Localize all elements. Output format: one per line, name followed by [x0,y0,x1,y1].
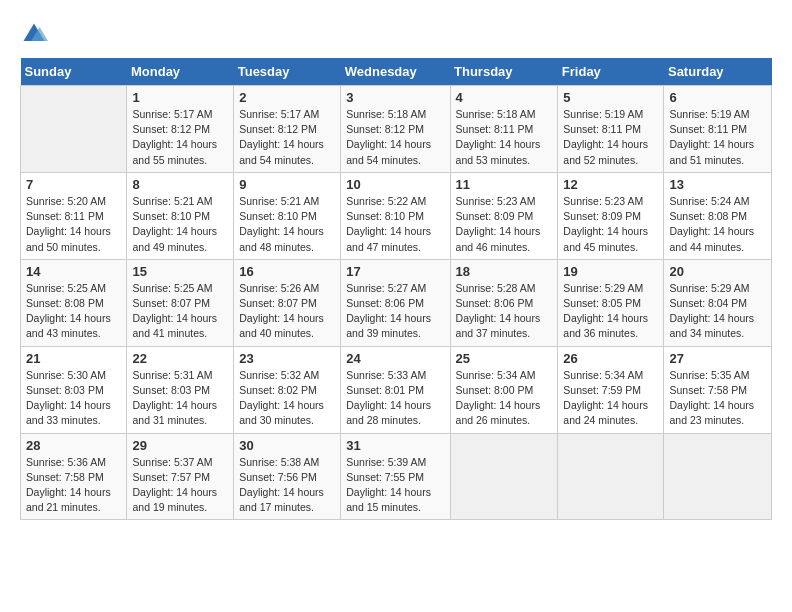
day-number: 5 [563,90,658,105]
col-header-thursday: Thursday [450,58,558,86]
calendar-cell: 23Sunrise: 5:32 AM Sunset: 8:02 PM Dayli… [234,346,341,433]
calendar-cell: 2Sunrise: 5:17 AM Sunset: 8:12 PM Daylig… [234,86,341,173]
calendar-cell: 19Sunrise: 5:29 AM Sunset: 8:05 PM Dayli… [558,259,664,346]
calendar-cell [664,433,772,520]
day-info: Sunrise: 5:19 AM Sunset: 8:11 PM Dayligh… [669,107,766,168]
day-info: Sunrise: 5:30 AM Sunset: 8:03 PM Dayligh… [26,368,121,429]
calendar-cell: 1Sunrise: 5:17 AM Sunset: 8:12 PM Daylig… [127,86,234,173]
calendar-week-row: 28Sunrise: 5:36 AM Sunset: 7:58 PM Dayli… [21,433,772,520]
calendar-cell: 16Sunrise: 5:26 AM Sunset: 8:07 PM Dayli… [234,259,341,346]
calendar-week-row: 14Sunrise: 5:25 AM Sunset: 8:08 PM Dayli… [21,259,772,346]
col-header-saturday: Saturday [664,58,772,86]
calendar-cell: 7Sunrise: 5:20 AM Sunset: 8:11 PM Daylig… [21,172,127,259]
logo-icon [20,20,48,48]
day-info: Sunrise: 5:17 AM Sunset: 8:12 PM Dayligh… [239,107,335,168]
day-number: 16 [239,264,335,279]
day-number: 27 [669,351,766,366]
day-info: Sunrise: 5:35 AM Sunset: 7:58 PM Dayligh… [669,368,766,429]
calendar-week-row: 7Sunrise: 5:20 AM Sunset: 8:11 PM Daylig… [21,172,772,259]
calendar-cell: 11Sunrise: 5:23 AM Sunset: 8:09 PM Dayli… [450,172,558,259]
calendar-cell [558,433,664,520]
day-info: Sunrise: 5:18 AM Sunset: 8:11 PM Dayligh… [456,107,553,168]
day-number: 26 [563,351,658,366]
day-number: 17 [346,264,444,279]
day-number: 22 [132,351,228,366]
calendar-cell: 9Sunrise: 5:21 AM Sunset: 8:10 PM Daylig… [234,172,341,259]
day-info: Sunrise: 5:24 AM Sunset: 8:08 PM Dayligh… [669,194,766,255]
day-number: 31 [346,438,444,453]
day-number: 3 [346,90,444,105]
day-number: 8 [132,177,228,192]
day-number: 7 [26,177,121,192]
day-number: 9 [239,177,335,192]
day-info: Sunrise: 5:23 AM Sunset: 8:09 PM Dayligh… [456,194,553,255]
day-number: 1 [132,90,228,105]
day-number: 2 [239,90,335,105]
day-info: Sunrise: 5:32 AM Sunset: 8:02 PM Dayligh… [239,368,335,429]
calendar-cell: 12Sunrise: 5:23 AM Sunset: 8:09 PM Dayli… [558,172,664,259]
calendar-cell: 26Sunrise: 5:34 AM Sunset: 7:59 PM Dayli… [558,346,664,433]
col-header-sunday: Sunday [21,58,127,86]
calendar-cell: 25Sunrise: 5:34 AM Sunset: 8:00 PM Dayli… [450,346,558,433]
col-header-monday: Monday [127,58,234,86]
calendar-cell: 6Sunrise: 5:19 AM Sunset: 8:11 PM Daylig… [664,86,772,173]
day-info: Sunrise: 5:25 AM Sunset: 8:08 PM Dayligh… [26,281,121,342]
day-info: Sunrise: 5:27 AM Sunset: 8:06 PM Dayligh… [346,281,444,342]
day-number: 4 [456,90,553,105]
day-info: Sunrise: 5:17 AM Sunset: 8:12 PM Dayligh… [132,107,228,168]
day-number: 25 [456,351,553,366]
day-number: 14 [26,264,121,279]
day-info: Sunrise: 5:21 AM Sunset: 8:10 PM Dayligh… [239,194,335,255]
day-number: 30 [239,438,335,453]
day-number: 21 [26,351,121,366]
calendar-cell: 8Sunrise: 5:21 AM Sunset: 8:10 PM Daylig… [127,172,234,259]
calendar-cell: 10Sunrise: 5:22 AM Sunset: 8:10 PM Dayli… [341,172,450,259]
page-header [20,20,772,48]
day-info: Sunrise: 5:37 AM Sunset: 7:57 PM Dayligh… [132,455,228,516]
calendar-cell: 17Sunrise: 5:27 AM Sunset: 8:06 PM Dayli… [341,259,450,346]
day-info: Sunrise: 5:26 AM Sunset: 8:07 PM Dayligh… [239,281,335,342]
calendar-cell [450,433,558,520]
day-info: Sunrise: 5:39 AM Sunset: 7:55 PM Dayligh… [346,455,444,516]
day-info: Sunrise: 5:18 AM Sunset: 8:12 PM Dayligh… [346,107,444,168]
calendar-cell: 29Sunrise: 5:37 AM Sunset: 7:57 PM Dayli… [127,433,234,520]
day-info: Sunrise: 5:31 AM Sunset: 8:03 PM Dayligh… [132,368,228,429]
day-number: 10 [346,177,444,192]
day-info: Sunrise: 5:25 AM Sunset: 8:07 PM Dayligh… [132,281,228,342]
day-number: 28 [26,438,121,453]
calendar-cell: 31Sunrise: 5:39 AM Sunset: 7:55 PM Dayli… [341,433,450,520]
calendar-week-row: 21Sunrise: 5:30 AM Sunset: 8:03 PM Dayli… [21,346,772,433]
day-info: Sunrise: 5:23 AM Sunset: 8:09 PM Dayligh… [563,194,658,255]
calendar-cell: 15Sunrise: 5:25 AM Sunset: 8:07 PM Dayli… [127,259,234,346]
calendar-cell: 24Sunrise: 5:33 AM Sunset: 8:01 PM Dayli… [341,346,450,433]
day-number: 20 [669,264,766,279]
calendar-table: SundayMondayTuesdayWednesdayThursdayFrid… [20,58,772,520]
calendar-cell: 21Sunrise: 5:30 AM Sunset: 8:03 PM Dayli… [21,346,127,433]
day-info: Sunrise: 5:38 AM Sunset: 7:56 PM Dayligh… [239,455,335,516]
day-info: Sunrise: 5:20 AM Sunset: 8:11 PM Dayligh… [26,194,121,255]
calendar-cell: 4Sunrise: 5:18 AM Sunset: 8:11 PM Daylig… [450,86,558,173]
day-number: 6 [669,90,766,105]
calendar-cell: 13Sunrise: 5:24 AM Sunset: 8:08 PM Dayli… [664,172,772,259]
day-info: Sunrise: 5:33 AM Sunset: 8:01 PM Dayligh… [346,368,444,429]
calendar-cell: 18Sunrise: 5:28 AM Sunset: 8:06 PM Dayli… [450,259,558,346]
logo [20,20,52,48]
day-info: Sunrise: 5:34 AM Sunset: 7:59 PM Dayligh… [563,368,658,429]
day-info: Sunrise: 5:22 AM Sunset: 8:10 PM Dayligh… [346,194,444,255]
calendar-cell: 28Sunrise: 5:36 AM Sunset: 7:58 PM Dayli… [21,433,127,520]
calendar-cell: 3Sunrise: 5:18 AM Sunset: 8:12 PM Daylig… [341,86,450,173]
day-number: 13 [669,177,766,192]
calendar-cell: 30Sunrise: 5:38 AM Sunset: 7:56 PM Dayli… [234,433,341,520]
day-number: 19 [563,264,658,279]
calendar-cell [21,86,127,173]
calendar-cell: 27Sunrise: 5:35 AM Sunset: 7:58 PM Dayli… [664,346,772,433]
day-number: 11 [456,177,553,192]
day-number: 23 [239,351,335,366]
day-number: 15 [132,264,228,279]
col-header-tuesday: Tuesday [234,58,341,86]
day-info: Sunrise: 5:29 AM Sunset: 8:04 PM Dayligh… [669,281,766,342]
col-header-friday: Friday [558,58,664,86]
calendar-cell: 22Sunrise: 5:31 AM Sunset: 8:03 PM Dayli… [127,346,234,433]
day-info: Sunrise: 5:21 AM Sunset: 8:10 PM Dayligh… [132,194,228,255]
day-number: 24 [346,351,444,366]
